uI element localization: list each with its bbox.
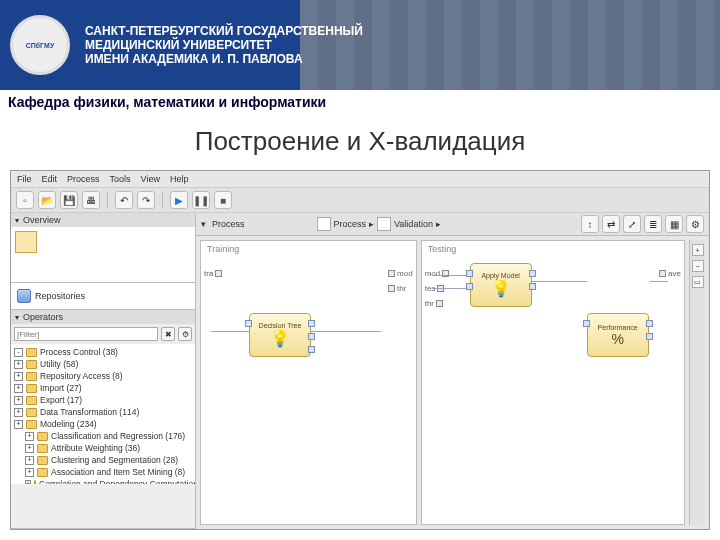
- filter-settings-icon[interactable]: ⚙: [178, 327, 192, 341]
- expand-icon[interactable]: +: [25, 468, 34, 477]
- run-button[interactable]: ▶: [170, 191, 188, 209]
- stop-button[interactable]: ■: [214, 191, 232, 209]
- expand-icon[interactable]: +: [14, 396, 23, 405]
- breadcrumb-process[interactable]: Process: [334, 219, 367, 229]
- node-port-in[interactable]: [583, 320, 590, 327]
- clear-filter-icon[interactable]: ✖: [161, 327, 175, 341]
- testing-canvas[interactable]: Testing mod tes thr ave: [421, 240, 685, 525]
- tree-item[interactable]: +Modeling (234): [13, 418, 193, 430]
- port-icon[interactable]: [436, 300, 443, 307]
- node-port-out[interactable]: [308, 320, 315, 327]
- auto-wire-icon[interactable]: ⇄: [602, 215, 620, 233]
- menu-process[interactable]: Process: [67, 174, 100, 184]
- port-icon[interactable]: [215, 270, 222, 277]
- node-port-out[interactable]: [529, 270, 536, 277]
- node-port-out[interactable]: [646, 320, 653, 327]
- chevron-down-icon[interactable]: ▾: [15, 313, 19, 322]
- node-port-out[interactable]: [529, 283, 536, 290]
- process-root-icon[interactable]: [317, 217, 331, 231]
- grid-icon[interactable]: ▦: [665, 215, 683, 233]
- tree-item[interactable]: +Classification and Regression (176): [13, 430, 193, 442]
- operator-tree[interactable]: -Process Control (38)+Utility (58)+Repos…: [11, 344, 195, 484]
- chevron-down-icon[interactable]: ▾: [201, 219, 206, 229]
- zoom-out-icon[interactable]: −: [692, 260, 704, 272]
- expand-icon[interactable]: +: [25, 456, 34, 465]
- university-logo: СПбГМУ: [10, 15, 70, 75]
- folder-icon: [26, 372, 37, 381]
- toolbar-separator: [162, 192, 163, 208]
- tree-item[interactable]: +Attribute Weighting (36): [13, 442, 193, 454]
- menu-tools[interactable]: Tools: [110, 174, 131, 184]
- expand-icon[interactable]: +: [25, 432, 34, 441]
- overview-title: Overview: [23, 215, 61, 225]
- training-title: Training: [207, 244, 239, 254]
- menu-file[interactable]: File: [17, 174, 32, 184]
- port-icon[interactable]: [388, 270, 395, 277]
- overview-thumb[interactable]: [15, 231, 37, 253]
- node-port-in[interactable]: [466, 283, 473, 290]
- tree-item[interactable]: +Repository Access (8): [13, 370, 193, 382]
- node-port-out[interactable]: [308, 346, 315, 353]
- expand-icon[interactable]: +: [14, 384, 23, 393]
- tree-item[interactable]: +Clustering and Segmentation (28): [13, 454, 193, 466]
- chevron-right-icon: ▸: [369, 219, 374, 229]
- tree-label: Classification and Regression (176): [51, 430, 185, 442]
- new-button[interactable]: ▫: [16, 191, 34, 209]
- tree-item[interactable]: +Import (27): [13, 382, 193, 394]
- tree-item[interactable]: +Correlation and Dependency Computation …: [13, 478, 193, 484]
- tree-label: Association and Item Set Mining (8): [51, 466, 185, 478]
- performance-node[interactable]: Performance %: [587, 313, 649, 357]
- tree-item[interactable]: +Export (17): [13, 394, 193, 406]
- apply-model-node[interactable]: Apply Model 💡: [470, 263, 532, 307]
- tree-item[interactable]: +Utility (58): [13, 358, 193, 370]
- node-port-out[interactable]: [308, 333, 315, 340]
- expand-icon[interactable]: -: [14, 348, 23, 357]
- operator-filter-input[interactable]: [14, 327, 158, 341]
- port-label: ave: [668, 269, 681, 278]
- list-icon[interactable]: ≣: [644, 215, 662, 233]
- node-port-in[interactable]: [466, 270, 473, 277]
- menu-help[interactable]: Help: [170, 174, 189, 184]
- process-toolbar: ▾ Process Process ▸ Validation ▸ ↕ ⇄ ⤢ ≣…: [196, 213, 709, 236]
- expand-icon[interactable]: +: [14, 372, 23, 381]
- validation-icon[interactable]: [377, 217, 391, 231]
- print-button[interactable]: 🖶: [82, 191, 100, 209]
- expand-icon[interactable]: +: [14, 408, 23, 417]
- decision-tree-node[interactable]: Decision Tree 💡: [249, 313, 311, 357]
- port-icon[interactable]: [388, 285, 395, 292]
- menu-edit[interactable]: Edit: [42, 174, 58, 184]
- canvas-side-tools: + − ▭: [689, 240, 705, 525]
- undo-button[interactable]: ↶: [115, 191, 133, 209]
- save-button[interactable]: 💾: [60, 191, 78, 209]
- node-port-in[interactable]: [245, 320, 252, 327]
- redo-button[interactable]: ↷: [137, 191, 155, 209]
- node-label: Apply Model: [481, 272, 520, 279]
- fit-icon[interactable]: ▭: [692, 276, 704, 288]
- expand-icon[interactable]: +: [14, 420, 23, 429]
- node-port-out[interactable]: [646, 333, 653, 340]
- tree-item[interactable]: +Data Transformation (114): [13, 406, 193, 418]
- wire: [211, 331, 249, 332]
- zoom-in-icon[interactable]: +: [692, 244, 704, 256]
- expand-icon[interactable]: +: [25, 444, 34, 453]
- breadcrumb-validation[interactable]: Validation: [394, 219, 433, 229]
- tree-item[interactable]: -Process Control (38): [13, 346, 193, 358]
- chevron-down-icon[interactable]: ▾: [15, 216, 19, 225]
- repositories-title[interactable]: Repositories: [35, 291, 85, 301]
- expand-icon[interactable]: +: [14, 360, 23, 369]
- port-icon[interactable]: [659, 270, 666, 277]
- pause-button[interactable]: ❚❚: [192, 191, 210, 209]
- wire: [532, 281, 587, 282]
- expand-icon[interactable]: +: [25, 480, 31, 485]
- tree-label: Utility (58): [40, 358, 78, 370]
- department-bar: Кафедра физики, математики и информатики: [0, 90, 720, 114]
- training-canvas[interactable]: Training tra mod thr Decision Tree 💡: [200, 240, 417, 525]
- menu-view[interactable]: View: [141, 174, 160, 184]
- zoom-icon[interactable]: ⤢: [623, 215, 641, 233]
- tree-item[interactable]: +Association and Item Set Mining (8): [13, 466, 193, 478]
- arrange-icon[interactable]: ↕: [581, 215, 599, 233]
- settings-icon[interactable]: ⚙: [686, 215, 704, 233]
- slide-title: Построение и Х-валидация: [0, 114, 720, 163]
- open-button[interactable]: 📂: [38, 191, 56, 209]
- tree-label: Data Transformation (114): [40, 406, 139, 418]
